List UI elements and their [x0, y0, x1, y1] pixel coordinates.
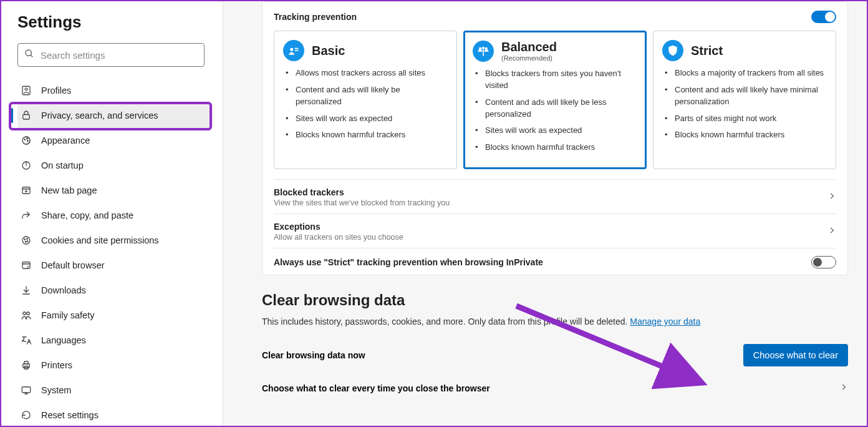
sidebar-item-downloads[interactable]: Downloads	[17, 278, 213, 303]
tracking-level-point: Content and ads will likely have minimal…	[667, 84, 827, 108]
settings-main: Tracking prevention BasicAllows most tra…	[223, 1, 867, 426]
svg-rect-20	[22, 262, 30, 269]
strict-icon	[662, 40, 683, 61]
sidebar-item-label: System	[41, 385, 71, 395]
sidebar-item-languages[interactable]: Languages	[17, 328, 213, 353]
tracking-level-point: Blocks known harmful trackers	[478, 142, 637, 154]
sidebar-item-profiles[interactable]: Profiles	[17, 78, 213, 103]
sidebar-item-label: Share, copy, and paste	[41, 210, 133, 220]
tracking-level-point: Sites will work as expected	[288, 113, 448, 125]
tracking-prevention-toggle[interactable]	[811, 11, 836, 23]
inprivate-strict-label: Always use "Strict" tracking prevention …	[274, 257, 543, 267]
download-icon	[20, 284, 32, 297]
search-input[interactable]	[41, 50, 198, 61]
search-icon	[24, 49, 34, 61]
chevron-right-icon	[827, 226, 836, 237]
sidebar-item-label: Profiles	[41, 86, 71, 96]
printer-icon	[20, 359, 32, 371]
language-icon	[20, 334, 32, 346]
svg-point-0	[26, 50, 31, 56]
tracking-level-subtitle: (Recommended)	[501, 54, 557, 62]
tracking-level-point: Blocks known harmful trackers	[667, 129, 827, 141]
chevron-right-icon	[827, 192, 836, 203]
tracking-level-title: Strict	[691, 44, 723, 58]
tracking-level-point: Blocks trackers from sites you haven't v…	[478, 68, 637, 92]
svg-point-24	[23, 312, 26, 315]
sidebar-title: Settings	[17, 12, 213, 32]
tracking-prevention-panel: Tracking prevention BasicAllows most tra…	[262, 1, 848, 275]
sidebar-item-printers[interactable]: Printers	[17, 353, 213, 378]
sidebar-item-cookies[interactable]: Cookies and site permissions	[17, 228, 213, 253]
power-icon	[20, 159, 32, 172]
chevron-right-icon	[839, 383, 848, 393]
svg-point-16	[24, 239, 26, 240]
lock-icon	[20, 109, 32, 122]
svg-point-25	[27, 312, 30, 315]
clear-browsing-data-title: Clear browsing data	[262, 292, 848, 309]
sidebar-item-label: Cookies and site permissions	[41, 235, 159, 245]
sidebar-item-label: Family safety	[41, 310, 94, 320]
sidebar-item-label: Languages	[41, 335, 86, 345]
sidebar-item-newtab[interactable]: New tab page	[17, 178, 213, 203]
cookie-icon	[20, 234, 32, 247]
sidebar-item-startup[interactable]: On startup	[17, 153, 213, 178]
svg-point-18	[26, 242, 27, 243]
blocked-trackers-desc: View the sites that we've blocked from t…	[274, 199, 450, 207]
sidebar-item-reset[interactable]: Reset settings	[17, 403, 213, 426]
sidebar-item-family[interactable]: Family safety	[17, 303, 213, 328]
tracking-level-point: Content and ads will likely be less pers…	[478, 97, 637, 120]
sidebar-item-default[interactable]: Default browser	[17, 253, 213, 278]
choose-on-close-row[interactable]: Choose what to clear every time you clos…	[262, 383, 848, 393]
profile-icon	[20, 84, 32, 97]
tracking-level-strict[interactable]: StrictBlocks a majority of trackers from…	[653, 31, 836, 169]
blocked-trackers-title: Blocked trackers	[274, 187, 450, 197]
sidebar-item-label: Appearance	[41, 135, 90, 145]
balanced-icon	[473, 41, 494, 62]
exceptions-desc: Allow all trackers on sites you choose	[274, 233, 403, 242]
tracking-prevention-title: Tracking prevention	[274, 12, 357, 22]
tracking-level-basic[interactable]: BasicAllows most trackers across all sit…	[274, 31, 457, 169]
tracking-level-title: Basic	[312, 44, 345, 58]
svg-rect-4	[23, 115, 30, 120]
svg-point-35	[290, 48, 293, 51]
svg-line-1	[31, 55, 32, 57]
sidebar-item-share[interactable]: Share, copy, and paste	[17, 203, 213, 228]
inprivate-strict-toggle[interactable]	[811, 256, 836, 268]
svg-point-3	[25, 88, 27, 91]
system-icon	[20, 384, 32, 396]
sidebar-item-label: New tab page	[41, 185, 97, 195]
basic-icon	[283, 40, 304, 61]
reset-icon	[20, 409, 32, 421]
tracking-level-cards: BasicAllows most trackers across all sit…	[274, 31, 836, 169]
svg-rect-30	[22, 387, 31, 393]
search-container[interactable]	[17, 43, 205, 67]
svg-rect-27	[23, 364, 30, 368]
sidebar-item-label: Printers	[41, 360, 72, 370]
clear-browsing-data-desc: This includes history, passwords, cookie…	[262, 317, 848, 326]
tracking-level-point: Allows most trackers across all sites	[288, 67, 448, 79]
svg-point-6	[24, 139, 26, 140]
tracking-level-title: Balanced	[501, 40, 557, 54]
sidebar-item-label: On startup	[41, 160, 84, 170]
sidebar-item-label: Downloads	[41, 285, 86, 295]
sidebar-item-system[interactable]: System	[17, 378, 213, 403]
sidebar-nav: ProfilesPrivacy, search, and servicesApp…	[17, 78, 213, 426]
brush-icon	[20, 134, 32, 147]
svg-point-8	[27, 140, 29, 142]
exceptions-row[interactable]: Exceptions Allow all trackers on sites y…	[274, 214, 836, 248]
sidebar-item-label: Reset settings	[41, 410, 99, 420]
sidebar-item-appearance[interactable]: Appearance	[17, 128, 213, 153]
sidebar-item-label: Default browser	[41, 260, 105, 270]
tracking-level-point: Content and ads will likely be personali…	[288, 84, 448, 108]
tracking-level-point: Blocks a majority of trackers from all s…	[667, 67, 827, 79]
svg-point-7	[27, 138, 28, 139]
blocked-trackers-row[interactable]: Blocked trackers View the sites that we'…	[274, 179, 836, 214]
tracking-level-balanced[interactable]: Balanced(Recommended)Blocks trackers fro…	[463, 31, 647, 169]
choose-what-to-clear-button[interactable]: Choose what to clear	[743, 344, 848, 366]
clear-now-label: Clear browsing data now	[262, 350, 365, 360]
choose-on-close-label: Choose what to clear every time you clos…	[262, 383, 490, 393]
family-icon	[20, 309, 32, 321]
sidebar-item-privacy[interactable]: Privacy, search, and services	[17, 103, 213, 128]
browser-icon	[20, 259, 32, 272]
manage-your-data-link[interactable]: Manage your data	[630, 317, 700, 326]
